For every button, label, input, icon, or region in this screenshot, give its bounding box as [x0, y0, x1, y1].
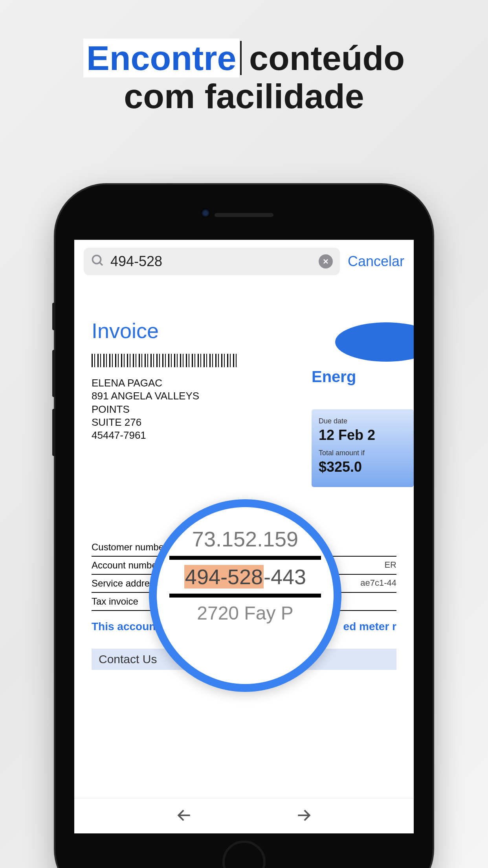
search-input-text: 494-528 [110, 253, 313, 270]
search-field[interactable]: 494-528 [84, 248, 340, 275]
front-camera [201, 208, 210, 218]
svg-point-0 [93, 256, 101, 264]
total-value: $325.0 [319, 459, 407, 475]
document-preview[interactable]: Invoice ELENA PAGAC 891 ANGELA VALLEYS P… [74, 287, 414, 798]
next-result-button[interactable] [295, 807, 312, 826]
find-toolbar [74, 798, 414, 833]
search-highlight: 494-528 [184, 565, 264, 588]
barcode [92, 354, 237, 367]
volume-down-button [52, 409, 55, 456]
brand-logo [335, 322, 414, 362]
cancel-button[interactable]: Cancelar [348, 253, 404, 270]
headline-line2: com facilidade [0, 77, 488, 116]
lens-separator [169, 594, 321, 598]
mute-switch [52, 303, 55, 330]
headline-highlight: Encontre [83, 39, 239, 77]
lens-bottom-value: 2720 Fay P [165, 602, 326, 624]
search-icon [91, 254, 105, 269]
lens-separator [169, 556, 321, 560]
app-screen: 494-528 Cancelar Invoice ELENA PAGAC 891… [74, 240, 414, 833]
lens-match-line: 494-528-443 [165, 565, 326, 589]
due-date-value: 12 Feb 2 [319, 427, 407, 443]
due-box: Due date 12 Feb 2 Total amount if $325.0 [312, 409, 414, 487]
volume-up-button [52, 350, 55, 397]
lens-top-value: 73.152.159 [165, 527, 326, 551]
phone-frame: 494-528 Cancelar Invoice ELENA PAGAC 891… [55, 185, 433, 868]
brand-name-partial: Energ [312, 368, 414, 386]
svg-line-1 [100, 263, 103, 266]
home-button[interactable] [222, 840, 266, 868]
headline-rest: conteúdo [249, 39, 405, 77]
due-date-label: Due date [319, 417, 407, 425]
search-bar: 494-528 Cancelar [74, 240, 414, 283]
magnifier-lens: 73.152.159 494-528-443 2720 Fay P [149, 499, 341, 692]
previous-result-button[interactable] [176, 807, 193, 826]
match-suffix: -443 [264, 565, 306, 588]
info-panel: Energ Due date 12 Feb 2 Total amount if … [312, 322, 414, 487]
clear-search-button[interactable] [319, 254, 333, 268]
msg-right: ed meter r [343, 620, 396, 633]
marketing-headline: Encontre conteúdo com facilidade [0, 0, 488, 116]
total-label: Total amount if [319, 449, 407, 457]
